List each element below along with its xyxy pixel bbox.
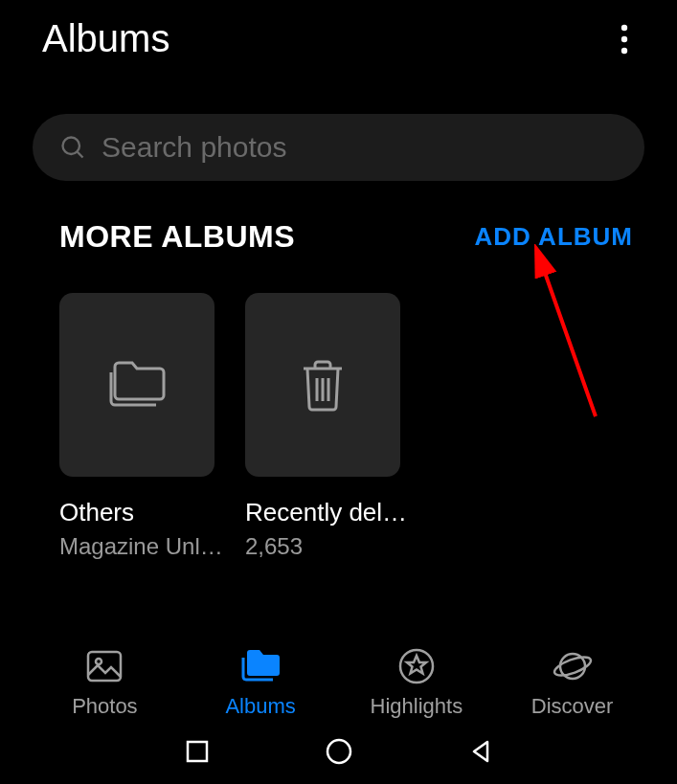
svg-point-0 xyxy=(621,24,627,30)
page-title: Albums xyxy=(42,17,169,60)
add-album-button[interactable]: ADD ALBUM xyxy=(475,222,633,252)
svg-line-4 xyxy=(78,152,83,158)
svg-rect-10 xyxy=(88,652,121,681)
folder-icon xyxy=(105,359,169,411)
image-icon xyxy=(84,646,124,686)
back-button[interactable] xyxy=(468,739,493,764)
system-navbar xyxy=(0,725,677,778)
trash-icon xyxy=(298,357,348,413)
svg-point-3 xyxy=(63,138,80,155)
svg-point-16 xyxy=(327,740,350,763)
bottom-tab-bar: Photos Albums Highlights Discover xyxy=(0,646,677,719)
album-thumb xyxy=(59,293,214,477)
album-thumb xyxy=(245,293,400,477)
tab-label: Albums xyxy=(225,694,295,719)
planet-icon xyxy=(553,646,593,686)
tab-discover[interactable]: Discover xyxy=(506,646,640,719)
album-subtitle: Magazine Unlo… xyxy=(59,533,232,560)
album-grid: Others Magazine Unlo… Recently del… 2,65… xyxy=(0,255,677,560)
search-placeholder: Search photos xyxy=(102,131,286,164)
svg-point-2 xyxy=(621,47,627,53)
recent-apps-button[interactable] xyxy=(185,739,210,764)
section-title: MORE ALBUMS xyxy=(59,219,295,255)
svg-rect-15 xyxy=(188,742,207,761)
svg-point-14 xyxy=(553,654,593,680)
tab-photos[interactable]: Photos xyxy=(37,646,171,719)
tab-label: Highlights xyxy=(371,694,463,719)
search-icon xyxy=(59,134,86,161)
section-header: MORE ALBUMS ADD ALBUM xyxy=(0,181,677,255)
album-subtitle: 2,653 xyxy=(245,533,417,560)
tab-albums[interactable]: Albums xyxy=(193,646,327,719)
search-input[interactable]: Search photos xyxy=(33,114,644,181)
tab-highlights[interactable]: Highlights xyxy=(350,646,484,719)
album-item-recently-deleted[interactable]: Recently del… 2,653 xyxy=(245,293,417,560)
svg-point-1 xyxy=(621,35,627,41)
home-button[interactable] xyxy=(325,737,353,766)
more-vertical-icon xyxy=(621,24,628,55)
header: Albums xyxy=(0,0,677,74)
tab-label: Photos xyxy=(72,694,138,719)
album-title: Recently del… xyxy=(245,498,417,527)
svg-point-11 xyxy=(96,659,102,664)
album-item-others[interactable]: Others Magazine Unlo… xyxy=(59,293,232,560)
folders-icon xyxy=(238,646,282,686)
more-menu-button[interactable] xyxy=(610,25,639,54)
star-icon xyxy=(396,646,437,686)
tab-label: Discover xyxy=(531,694,614,719)
album-title: Others xyxy=(59,498,232,527)
